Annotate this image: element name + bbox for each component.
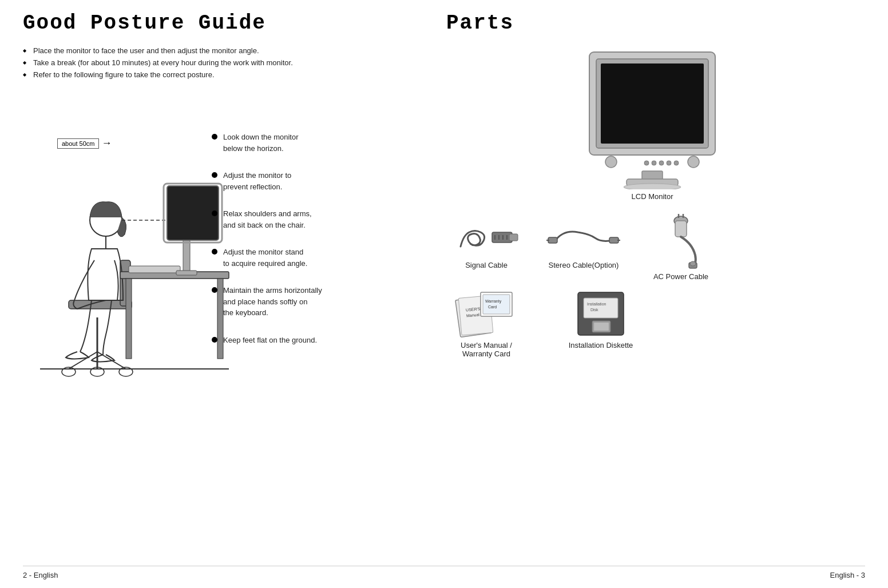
tip-item-2: Adjust the monitor toprevent reflection. [212,170,389,192]
lcd-monitor-section: LCD Monitor [435,46,870,201]
ac-power-cable-svg [658,212,704,269]
svg-rect-47 [675,221,687,237]
signal-cable-item: Signal Cable [446,212,526,281]
parts-row2: Signal Cable Stereo Cable(Option) [435,212,870,281]
bullet-item-1: Place the monitor to face the user and t… [23,46,412,55]
tip-dot-1 [212,134,217,140]
tip-item-5: Maintain the arms horizontallyand place … [212,285,389,319]
tip-text-4: Adjust the monitor standto acquire requi… [223,247,307,269]
tip-dot-3 [212,210,217,216]
svg-point-30 [674,161,679,165]
parts-row3: USER'S Manual Warranty Card User's Manua… [435,287,870,358]
ac-power-cable-item: AC Power Cable [641,212,721,281]
svg-rect-63 [594,323,609,331]
posture-svg-illustration [23,106,240,386]
svg-rect-16 [129,266,180,273]
svg-text:Installation: Installation [587,302,606,306]
tip-text-3: Relax shoulders and arms,and sit back on… [223,208,312,231]
svg-text:Warranty: Warranty [485,299,502,304]
tip-text-5: Maintain the arms horizontallyand place … [223,285,322,319]
svg-point-25 [688,156,699,168]
ac-power-cable-label: AC Power Cable [653,272,708,281]
signal-cable-svg [452,212,521,258]
stereo-cable-label: Stereo Cable(Option) [541,261,627,269]
users-manual-label: User's Manual / Warranty Card [449,341,524,358]
tip-dot-6 [212,337,217,343]
svg-point-28 [659,161,664,165]
stereo-cable-svg [544,212,624,258]
tip-dot-5 [212,287,217,293]
lcd-monitor-label: LCD Monitor [632,192,673,201]
svg-rect-14 [126,279,132,359]
installation-diskette-item: Installation Disk Installation Diskette [561,287,641,358]
users-manual-item: USER'S Manual Warranty Card User's Manua… [446,287,526,358]
svg-text:Card: Card [488,305,497,309]
parts-title: Parts [446,11,870,35]
signal-cable-label: Signal Cable [465,261,508,269]
tip-text-2: Adjust the monitor toprevent reflection. [223,170,291,192]
right-section: Parts [435,11,870,358]
svg-rect-18 [176,271,197,275]
tips-area: Look down the monitorbelow the horizon. … [212,132,389,361]
installation-diskette-svg: Installation Disk [572,287,629,338]
svg-rect-35 [509,234,518,241]
tip-dot-2 [212,172,217,178]
left-section: Good Posture Guide Place the monitor to … [23,11,412,90]
svg-text:Disk: Disk [590,308,598,312]
svg-point-24 [605,156,617,168]
footer-left: 2 - English [23,571,58,579]
distance-arrow-icon: → [101,137,112,149]
tip-item-1: Look down the monitorbelow the horizon. [212,132,389,154]
bullet-list: Place the monitor to face the user and t… [23,46,412,79]
tip-item-4: Adjust the monitor standto acquire requi… [212,247,389,269]
tip-text-6: Keep feet flat on the ground. [223,335,317,346]
posture-guide-title: Good Posture Guide [23,11,412,35]
svg-rect-19 [167,186,219,240]
svg-point-29 [667,161,671,165]
tip-item-3: Relax shoulders and arms,and sit back on… [212,208,389,231]
svg-rect-55 [483,295,510,314]
svg-rect-40 [548,237,557,243]
stereo-cable-item: Stereo Cable(Option) [544,212,624,281]
users-manual-svg: USER'S Manual Warranty Card [452,287,521,338]
svg-rect-42 [609,237,619,243]
tip-item-6: Keep feet flat on the ground. [212,335,389,346]
bullet-item-3: Refer to the following figure to take th… [23,70,412,79]
page-footer: 2 - English English - 3 [23,566,865,579]
svg-rect-59 [584,298,618,318]
posture-illustration: about 50cm → [23,106,240,386]
distance-label: about 50cm [57,138,99,149]
svg-point-27 [652,161,656,165]
lcd-monitor-svg [572,46,732,189]
svg-rect-23 [601,63,704,144]
bullet-item-2: Take a break (for about 10 minutes) at e… [23,58,412,67]
svg-point-49 [690,261,696,266]
tip-dot-4 [212,249,217,255]
footer-right: English - 3 [830,571,865,579]
svg-point-26 [644,161,649,165]
tip-text-1: Look down the monitorbelow the horizon. [223,132,299,154]
installation-diskette-label: Installation Diskette [569,341,633,349]
svg-point-33 [624,184,681,189]
